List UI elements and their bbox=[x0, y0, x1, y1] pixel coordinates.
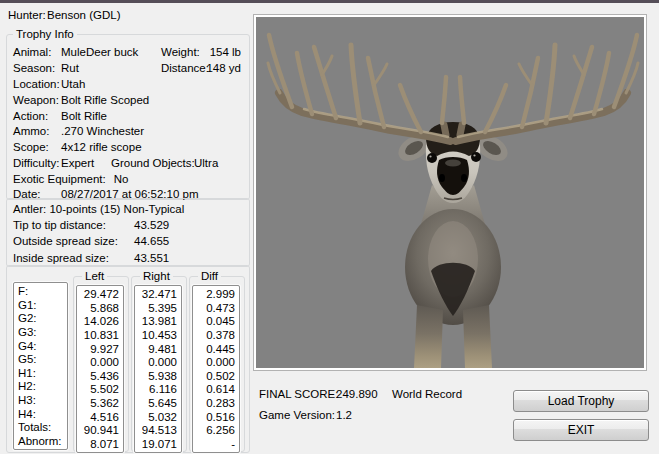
row-value: Expert bbox=[61, 157, 94, 169]
measurements-groupbox: F: G1: G2: G3: G4: G5: H1: H2: H3: H4: T… bbox=[6, 265, 250, 453]
hunter-value: Benson (GDL) bbox=[47, 9, 121, 21]
measure-name: G3: bbox=[14, 326, 67, 340]
diff-value: 2.999 bbox=[193, 288, 239, 302]
left-values-listbox[interactable]: 29.472 5.868 14.026 10.831 9.927 0.000 5… bbox=[76, 285, 124, 453]
trophy-row-exotic: Exotic Equipment:No bbox=[13, 172, 245, 186]
row-value: Bolt Rifle Scoped bbox=[61, 94, 149, 106]
row-label: Exotic Equipment: bbox=[13, 172, 106, 186]
left-value: 9.927 bbox=[77, 343, 123, 357]
row-value: 43.529 bbox=[134, 218, 169, 232]
game-version-value: 1.2 bbox=[336, 408, 352, 422]
measure-name: G4: bbox=[14, 340, 67, 354]
trophy-row-ammo: Ammo:.270 Winchester bbox=[13, 124, 245, 138]
measure-name: Totals: bbox=[14, 421, 67, 435]
diff-column-title: Diff bbox=[198, 269, 221, 283]
row-value: MuleDeer buck bbox=[61, 46, 138, 58]
right-column-title: Right bbox=[140, 269, 173, 283]
left-value: 0.000 bbox=[77, 356, 123, 370]
measure-name: H4: bbox=[14, 408, 67, 422]
diff-value: 0.473 bbox=[193, 302, 239, 316]
row-label: Inside spread size: bbox=[13, 252, 109, 264]
row-value: 4x12 rifle scope bbox=[61, 141, 142, 153]
trophy-row-scope: Scope:4x12 rifle scope bbox=[13, 140, 245, 154]
right-value: 6.116 bbox=[135, 383, 181, 397]
left-value: 14.026 bbox=[77, 315, 123, 329]
measurement-names-listbox[interactable]: F: G1: G2: G3: G4: G5: H1: H2: H3: H4: T… bbox=[13, 282, 68, 450]
right-value: 10.453 bbox=[135, 329, 181, 343]
measure-name: G5: bbox=[14, 353, 67, 367]
right-value: 9.481 bbox=[135, 343, 181, 357]
row-label2: Weight: bbox=[161, 45, 200, 59]
game-version-row: Game Version: 1.2 bbox=[259, 408, 499, 422]
right-value: 5.032 bbox=[135, 411, 181, 425]
trophy-row-difficulty: Difficulty:Expert Ground Objects: Ultra bbox=[13, 156, 245, 170]
right-value: 5.395 bbox=[135, 302, 181, 316]
deer-render bbox=[256, 17, 644, 368]
measure-name: Abnorm: bbox=[14, 435, 67, 449]
trophy-info-title: Trophy Info bbox=[13, 27, 77, 41]
trophy-row-location: Location:Utah bbox=[13, 77, 245, 91]
inside-spread-row: 43.551 Inside spread size: bbox=[13, 251, 245, 265]
trophy-row-action: Action:Bolt Rifle bbox=[13, 109, 245, 123]
left-column-title: Left bbox=[82, 269, 107, 283]
row-label: Tip to tip distance: bbox=[13, 219, 106, 231]
row-value: Bolt Rifle bbox=[61, 110, 107, 122]
measure-name: G1: bbox=[14, 299, 67, 313]
outside-spread-row: Outside spread size: 44.655 bbox=[13, 234, 245, 248]
hunter-row: Hunter:Benson (GDL) bbox=[8, 8, 121, 22]
left-value: 4.516 bbox=[77, 411, 123, 425]
row-value2: 154 lb bbox=[210, 45, 241, 59]
diff-values-listbox[interactable]: 2.999 0.473 0.045 0.378 0.445 0.000 0.50… bbox=[192, 285, 240, 453]
left-value: 90.941 bbox=[77, 424, 123, 438]
row-label: Season: bbox=[13, 61, 61, 75]
exit-button[interactable]: EXIT bbox=[513, 419, 649, 441]
left-value: 5.502 bbox=[77, 383, 123, 397]
row-label: Location: bbox=[13, 77, 61, 91]
diff-value: 0.283 bbox=[193, 397, 239, 411]
right-value: 0.000 bbox=[135, 356, 181, 370]
right-column-groupbox: Right 32.471 5.395 13.981 10.453 9.481 0… bbox=[131, 276, 187, 452]
row-value: .270 Winchester bbox=[61, 125, 144, 137]
left-value: 8.071 bbox=[77, 438, 123, 452]
diff-value: 0.378 bbox=[193, 329, 239, 343]
diff-value: 0.516 bbox=[193, 411, 239, 425]
trophy-viewport bbox=[253, 14, 647, 371]
right-value: 5.645 bbox=[135, 397, 181, 411]
game-version-label: Game Version: bbox=[259, 408, 335, 422]
diff-value: - bbox=[193, 438, 239, 452]
left-value: 10.831 bbox=[77, 329, 123, 343]
row-label: Ammo: bbox=[13, 124, 61, 138]
row-label: Difficulty: bbox=[13, 156, 61, 170]
left-value: 29.472 bbox=[77, 288, 123, 302]
right-value: 94.513 bbox=[135, 424, 181, 438]
trophy-window: Hunter:Benson (GDL) Trophy Info Animal:M… bbox=[0, 0, 659, 454]
row-value2: 148 yd bbox=[206, 61, 241, 75]
trophy-row-animal: Animal:MuleDeer buck Weight: 154 lb bbox=[13, 45, 245, 59]
diff-column-groupbox: Diff 2.999 0.473 0.045 0.378 0.445 0.000… bbox=[189, 276, 245, 452]
world-record-text: World Record bbox=[392, 387, 462, 401]
trophy-row-weapon: Weapon:Bolt Rifle Scoped bbox=[13, 93, 245, 107]
load-trophy-button[interactable]: Load Trophy bbox=[513, 390, 649, 412]
window-top-strip bbox=[0, 0, 659, 3]
measure-name: H1: bbox=[14, 367, 67, 381]
row-label: Outside spread size: bbox=[13, 235, 118, 247]
trophy-row-season: Season:Rut Distance: 148 yd bbox=[13, 61, 245, 75]
row-value2: Ultra bbox=[194, 156, 218, 170]
left-value: 5.362 bbox=[77, 397, 123, 411]
row-value: 43.551 bbox=[134, 251, 169, 265]
row-label: Action: bbox=[13, 109, 61, 123]
row-label2: Distance: bbox=[161, 61, 209, 75]
left-column-groupbox: Left 29.472 5.868 14.026 10.831 9.927 0.… bbox=[73, 276, 129, 452]
row-label: Animal: bbox=[13, 45, 61, 59]
row-label: Scope: bbox=[13, 140, 61, 154]
measure-name: G2: bbox=[14, 312, 67, 326]
antler-label: Antler: bbox=[13, 203, 46, 215]
row-value: 44.655 bbox=[134, 234, 169, 248]
antler-info-groupbox: Antler: 10-points (15) Non-Typical Tip t… bbox=[6, 198, 250, 267]
diff-value: 0.502 bbox=[193, 370, 239, 384]
final-score-value: 249.890 bbox=[336, 387, 378, 401]
antler-value: 10-points (15) Non-Typical bbox=[49, 203, 184, 215]
right-value: 13.981 bbox=[135, 315, 181, 329]
right-values-listbox[interactable]: 32.471 5.395 13.981 10.453 9.481 0.000 5… bbox=[134, 285, 182, 453]
row-value: No bbox=[114, 173, 129, 185]
